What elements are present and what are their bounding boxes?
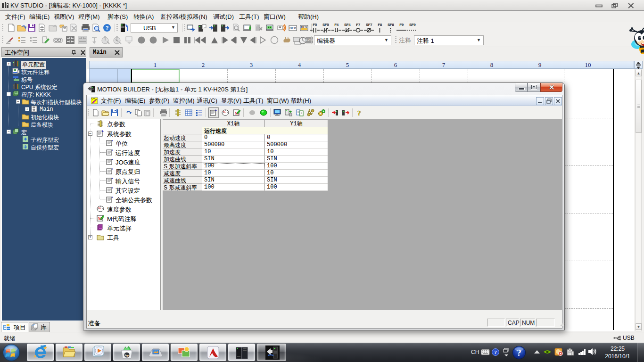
svg-text:hp: hp bbox=[125, 354, 129, 357]
svg-text:DEV: DEV bbox=[289, 26, 296, 30]
svg-text:?: ? bbox=[106, 25, 109, 31]
svg-text:?: ? bbox=[357, 109, 361, 116]
svg-text:?: ? bbox=[494, 349, 497, 355]
svg-text:DEV: DEV bbox=[301, 25, 307, 29]
